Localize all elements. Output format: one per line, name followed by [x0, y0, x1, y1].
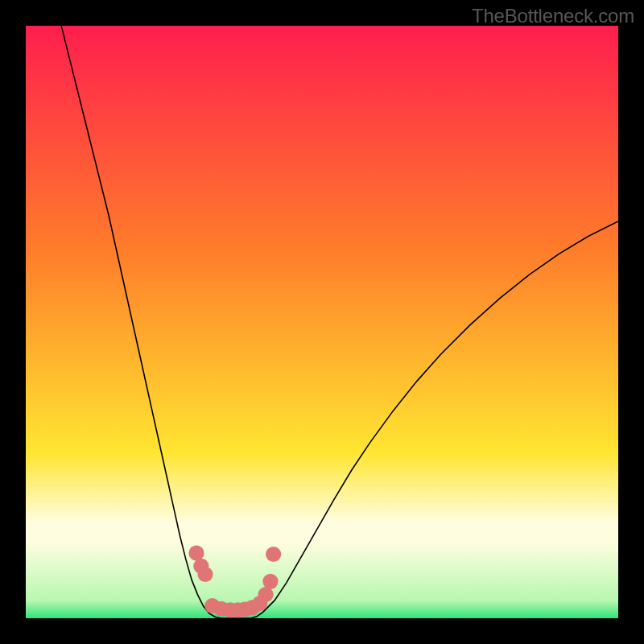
- curve-marker: [262, 574, 278, 589]
- curve-marker: [197, 567, 213, 582]
- watermark-text: TheBottleneck.com: [472, 5, 634, 27]
- plot-area: [26, 26, 618, 618]
- gradient-background: [26, 26, 618, 618]
- chart-frame: TheBottleneck.com: [0, 0, 644, 644]
- curve-marker: [266, 547, 281, 562]
- bottleneck-curve-chart: [26, 26, 618, 618]
